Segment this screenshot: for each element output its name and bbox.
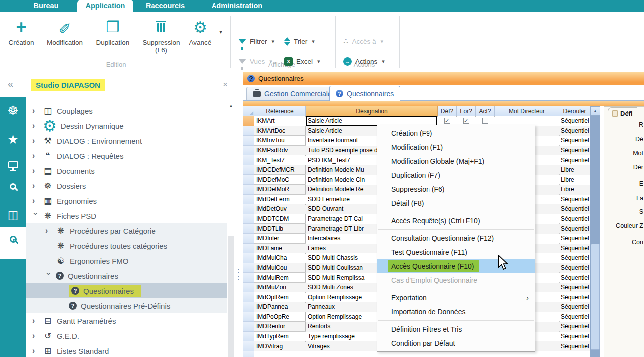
rail-active-segment[interactable] (0, 227, 26, 259)
cell-derouler[interactable]: Séquentiel (559, 195, 590, 205)
menu-item-modification-globale-maj-f1[interactable]: Modification Globale (Maj+F1) (377, 154, 535, 168)
cell-derouler[interactable]: Séquentiel (559, 214, 590, 224)
chevron-right-icon[interactable]: › (32, 152, 39, 160)
row-header-cell[interactable] (243, 253, 254, 263)
cell-reference[interactable]: IMdOptRem (254, 292, 306, 302)
cell-reference[interactable]: IMDCDefMCR (254, 165, 306, 175)
row-header-cell[interactable] (243, 146, 254, 156)
sidebar-scroll-up-icon[interactable]: ▲ (229, 103, 233, 108)
cell-reference[interactable]: IMDRenfor (254, 322, 306, 332)
chevron-right-icon[interactable]: › (32, 317, 39, 325)
splitter-grip[interactable] (238, 269, 239, 270)
row-header-cell[interactable] (243, 175, 254, 185)
cell-reference[interactable]: IKMInvTou (254, 136, 306, 146)
row-header-cell[interactable] (243, 322, 254, 332)
cell-reference[interactable]: IKM_Test7 (254, 155, 306, 165)
sidebar-item-procedures-toutes-categories[interactable]: ❋Procédures toutes catégories (26, 238, 227, 253)
chevron-right-icon[interactable]: › (45, 227, 52, 235)
cell-reference[interactable]: IMDLame (254, 244, 306, 254)
cell-reference[interactable]: IMdPoOpRe (254, 312, 306, 322)
sidebar-item-questionnaires-pre-definis-l2[interactable]: ?Questionnaires Pré-Définis (26, 298, 227, 313)
sidebar-item-ergonomies-fmo[interactable]: ☯Ergonomies FMO (26, 253, 227, 268)
toolbar-button-actions[interactable]: →Actions▾ (343, 55, 385, 68)
cell-derouler[interactable]: Séquentiel (559, 155, 590, 165)
cell-derouler[interactable]: Séquentiel (559, 283, 590, 293)
toolbar-button-creation[interactable]: +Création (4, 16, 39, 46)
chevron-down-icon[interactable]: › (32, 213, 40, 219)
row-header-cell[interactable] (243, 273, 254, 283)
row-header-cell[interactable] (243, 155, 254, 165)
row-header-cell[interactable] (243, 116, 254, 126)
toolbar-button-suppression[interactable]: Suppression(F6) (137, 16, 186, 54)
menu-item-creation-f9[interactable]: Création (F9) (377, 126, 535, 140)
sidebar-item-couplages[interactable]: ›◫Couplages (26, 103, 227, 118)
sidebar-collapse-button[interactable]: « (8, 78, 13, 90)
row-header-cell[interactable] (243, 214, 254, 224)
ribbon-tab-application[interactable]: Application (77, 0, 133, 12)
toolbar-button-duplication[interactable]: ❐Duplication (90, 16, 136, 46)
cell-derouler[interactable]: Libre (559, 165, 590, 175)
column-header-def[interactable]: Déf? (438, 106, 457, 116)
cell-derouler[interactable]: Séquentiel (559, 322, 590, 332)
row-header-cell[interactable] (243, 263, 254, 273)
cell-derouler[interactable]: Séquentiel (559, 244, 590, 254)
columns-icon[interactable]: ◫ (0, 209, 26, 221)
chevron-right-icon[interactable]: › (32, 137, 39, 145)
checkbox-unchecked[interactable] (482, 118, 488, 124)
detail-panel-tab[interactable]: Défi (608, 107, 637, 119)
toolbar-button-excel[interactable]: xExcel▾ (284, 55, 320, 68)
star-icon[interactable]: ★ (0, 133, 26, 146)
cell-reference[interactable]: IMDVitrag (254, 341, 306, 351)
scroll-up-button[interactable]: ▲ (590, 106, 600, 116)
cell-reference[interactable]: IKMPsdRdv (254, 146, 306, 156)
cell-derouler[interactable]: Séquentiel (559, 263, 590, 273)
sidebar-item-gantt-parametres[interactable]: ›⊟Gantt Paramétrés (26, 313, 227, 328)
cell-derouler[interactable]: Séquentiel (559, 292, 590, 302)
row-header-cell[interactable] (243, 126, 254, 136)
chevron-right-icon[interactable]: › (32, 167, 39, 175)
ribbon-tab-bureau[interactable]: Bureau (15, 0, 77, 12)
menu-item-acces-requete-s-ctrl-f10[interactable]: Accès Requête(s) (Ctrl+F10) (377, 214, 535, 228)
row-header-cell[interactable] (243, 283, 254, 293)
cell-reference[interactable]: IKMArt (254, 116, 306, 126)
sidebar-close-icon[interactable]: × (223, 80, 228, 90)
column-header-mot-directeur[interactable]: Mot Directeur (495, 106, 559, 116)
toolbar-button-filtrer[interactable]: Filtrer▾ (238, 35, 274, 48)
table-scrollbar[interactable]: ▲ (590, 106, 600, 357)
sidebar-item-dessin-dynamique[interactable]: ›⚙Dessin Dynamique (26, 118, 227, 133)
sidebar-item-listes-standard[interactable]: ›⊞Listes Standard (26, 343, 227, 357)
chevron-right-icon[interactable]: › (32, 332, 39, 340)
cell-derouler[interactable]: Séquentiel (559, 332, 590, 342)
row-header-cell[interactable] (243, 185, 254, 195)
column-header-for[interactable]: For? (457, 106, 476, 116)
row-header-cell[interactable] (243, 312, 254, 322)
cell-derouler[interactable]: Séquentiel (559, 253, 590, 263)
row-header-cell[interactable] (243, 195, 254, 205)
menu-item-exportation[interactable]: Exportation› (377, 291, 535, 305)
row-header-cell[interactable] (243, 234, 254, 244)
cell-reference[interactable]: IMdDetFerm (254, 195, 306, 205)
cell-derouler[interactable]: Séquentiel (559, 136, 590, 146)
menu-item-definition-filtres-et-tris[interactable]: Définition Filtres et Tris (377, 322, 535, 336)
toolbar-button-avance[interactable]: ⚙Avancé▾ (186, 16, 215, 46)
cell-derouler[interactable]: Séquentiel (559, 234, 590, 244)
cell-derouler[interactable]: Séquentiel (559, 146, 590, 156)
cell-reference[interactable]: IMdDetOuv (254, 204, 306, 214)
chevron-right-icon[interactable]: › (32, 182, 39, 190)
chevron-right-icon[interactable]: › (32, 347, 39, 355)
cell-derouler[interactable]: Libre (559, 185, 590, 195)
row-header-cell[interactable] (243, 165, 254, 175)
column-header-act[interactable]: Act? (476, 106, 495, 116)
chevron-right-icon[interactable]: › (32, 197, 39, 205)
sidebar-item-dossiers[interactable]: ›☸Dossiers (26, 178, 227, 193)
row-header-cell[interactable] (243, 332, 254, 342)
sidebar-item-questionnaires-l2[interactable]: ?Questionnaires (26, 283, 227, 298)
cell-reference[interactable]: IMdMulCha (254, 253, 306, 263)
cell-derouler[interactable]: Séquentiel (559, 341, 590, 351)
row-header-cell[interactable] (243, 302, 254, 312)
sidebar-scrollbar-thumb[interactable] (228, 236, 234, 357)
cell-reference[interactable]: IMdMulCou (254, 263, 306, 273)
cell-derouler[interactable]: Séquentiel (559, 224, 590, 234)
toolbar-button-modification[interactable]: ✎Modification (42, 16, 88, 46)
column-header-designation[interactable]: Désignation (306, 106, 438, 116)
